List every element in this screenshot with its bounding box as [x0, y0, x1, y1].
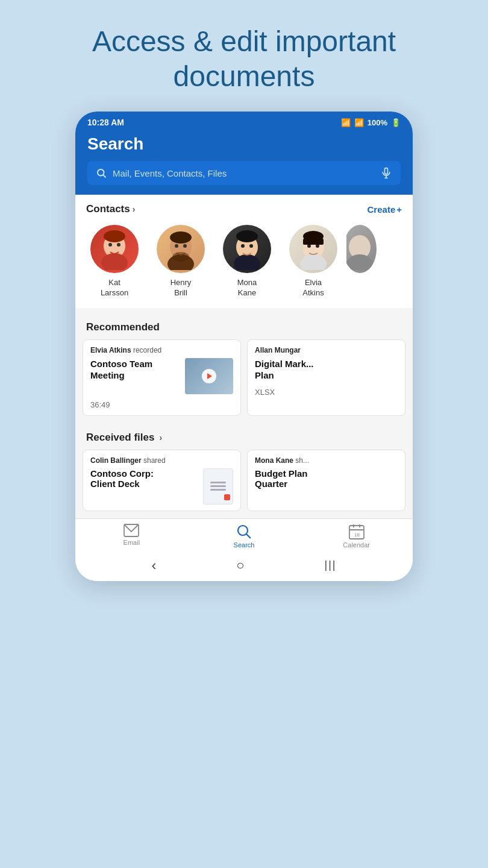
- received-section: Received files › Colin Ballinger shared …: [75, 423, 413, 518]
- android-nav-bar: ‹ ○ |||: [75, 551, 413, 581]
- file-red-corner-icon: [224, 494, 230, 500]
- card-title-digital: Digital Mark...Plan: [255, 358, 398, 382]
- email-icon: [124, 524, 139, 537]
- avatar-kat: [90, 225, 139, 273]
- play-button[interactable]: [202, 369, 216, 383]
- svg-rect-26: [303, 239, 324, 245]
- search-bar[interactable]: Mail, Events, Contacts, Files: [87, 161, 401, 185]
- svg-point-9: [104, 230, 125, 242]
- card-body-xlsx: Digital Mark...Plan: [248, 358, 405, 388]
- file-card-body-budget: Budget PlanQuarter: [248, 468, 405, 495]
- calendar-icon: 18: [349, 524, 364, 539]
- file-author-mona: Mona Kane sh...: [248, 450, 405, 468]
- search-nav-icon: [236, 524, 252, 539]
- nav-item-email[interactable]: Email: [75, 524, 188, 549]
- app-header: Search Mail, Events, Contacts, Files: [75, 131, 413, 195]
- svg-point-0: [98, 169, 104, 176]
- android-back-icon[interactable]: ‹: [151, 557, 156, 574]
- svg-point-20: [236, 230, 258, 242]
- svg-point-8: [117, 243, 120, 247]
- file-author-colin: Colin Ballinger shared: [83, 450, 240, 468]
- recommended-header: Recommended: [75, 313, 413, 339]
- battery-icon: 🔋: [391, 118, 401, 127]
- avatar-elvia: [289, 225, 337, 273]
- contact-name-elvia: ElviaAtkins: [302, 278, 324, 298]
- nav-item-calendar[interactable]: 18 Calendar: [300, 524, 413, 549]
- file-title-budget: Budget PlanQuarter: [255, 468, 398, 489]
- svg-point-22: [300, 254, 327, 270]
- contact-name-mona: MonaKane: [237, 278, 257, 298]
- nav-label-search: Search: [234, 541, 255, 549]
- contact-item-partial[interactable]: [346, 225, 380, 298]
- avatar-mona: [223, 225, 271, 273]
- card-thumbnail-video: [185, 358, 233, 394]
- card-title-meeting: Contoso Team Meeting: [90, 358, 180, 382]
- mic-icon[interactable]: [380, 167, 392, 179]
- file-thumb-pptx: [203, 468, 233, 505]
- recommended-cards: Elvia Atkins recorded Contoso Team Meeti…: [75, 339, 413, 423]
- received-chevron: ›: [159, 433, 162, 442]
- signal-icon: 📶: [354, 118, 364, 127]
- svg-line-31: [246, 534, 251, 538]
- android-home-icon[interactable]: ○: [236, 558, 244, 573]
- card-meta-duration: 36:49: [83, 400, 240, 415]
- svg-point-14: [170, 231, 192, 244]
- contact-item-henry[interactable]: HenryBrill: [148, 225, 214, 298]
- avatar-henry: [157, 225, 205, 273]
- battery-label: 100%: [368, 118, 387, 127]
- create-plus-icon: +: [396, 204, 402, 215]
- contact-item-elvia[interactable]: ElviaAtkins: [280, 225, 346, 298]
- content-area: Contacts › Create +: [75, 195, 413, 518]
- svg-point-17: [234, 254, 260, 270]
- svg-text:18: 18: [354, 532, 360, 538]
- card-body-video: Contoso Team Meeting: [83, 358, 240, 400]
- file-card-body-contoso: Contoso Corp:Client Deck: [83, 468, 240, 511]
- wifi-icon: 📶: [341, 118, 351, 127]
- contact-name-kat: KatLarsson: [101, 278, 128, 298]
- nav-label-email: Email: [124, 539, 140, 546]
- contacts-section-header: Contacts › Create +: [75, 195, 413, 220]
- svg-point-7: [108, 243, 112, 247]
- svg-line-1: [103, 175, 105, 178]
- card-author-elvia: Elvia Atkins recorded: [83, 340, 240, 358]
- svg-rect-2: [385, 168, 388, 174]
- app-title: Search: [87, 134, 401, 154]
- contacts-title[interactable]: Contacts ›: [86, 203, 135, 215]
- create-button[interactable]: Create +: [368, 204, 402, 215]
- bottom-nav: Email Search 18 Calendar: [75, 518, 413, 551]
- recommended-card-xlsx[interactable]: Allan Mungar Digital Mark...Plan XLSX: [247, 339, 405, 416]
- svg-point-19: [249, 244, 253, 248]
- svg-point-18: [241, 244, 245, 248]
- contact-item-kat[interactable]: KatLarsson: [81, 225, 148, 298]
- avatar-partial: [346, 225, 377, 273]
- page-headline: Access & edit important documents: [0, 0, 488, 112]
- file-card-contoso[interactable]: Colin Ballinger shared Contoso Corp:Clie…: [83, 450, 241, 511]
- play-triangle-icon: [207, 373, 212, 379]
- svg-point-12: [175, 244, 178, 248]
- svg-point-28: [346, 254, 373, 270]
- file-title-contoso: Contoso Corp:Client Deck: [90, 468, 198, 489]
- search-icon: [96, 168, 107, 178]
- card-meta-xlsx: XLSX: [248, 388, 405, 403]
- svg-point-15: [172, 252, 189, 262]
- android-recents-icon[interactable]: |||: [325, 559, 337, 571]
- contact-item-mona[interactable]: MonaKane: [214, 225, 280, 298]
- contacts-section: Contacts › Create +: [75, 195, 413, 308]
- contacts-row: KatLarsson: [75, 220, 413, 308]
- file-card-budget[interactable]: Mona Kane sh... Budget PlanQuarter: [247, 450, 405, 511]
- nav-item-search[interactable]: Search: [188, 524, 301, 549]
- received-cards: Colin Ballinger shared Contoso Corp:Clie…: [75, 450, 413, 518]
- status-time: 10:28 AM: [87, 118, 124, 127]
- svg-point-30: [238, 526, 248, 535]
- svg-point-6: [101, 253, 128, 270]
- status-bar: 10:28 AM 📶 📶 100% 🔋: [75, 112, 413, 131]
- card-author-allan: Allan Mungar: [248, 340, 405, 358]
- contacts-chevron: ›: [133, 204, 136, 214]
- phone-frame: 10:28 AM 📶 📶 100% 🔋 Search Mail, Events,…: [75, 112, 413, 581]
- received-header: Received files ›: [75, 423, 413, 450]
- search-placeholder: Mail, Events, Contacts, Files: [113, 168, 374, 178]
- nav-label-calendar: Calendar: [343, 541, 370, 549]
- recommended-section: Recommended Elvia Atkins recorded Contos…: [75, 313, 413, 423]
- recommended-card-video[interactable]: Elvia Atkins recorded Contoso Team Meeti…: [83, 339, 241, 416]
- contact-name-henry: HenryBrill: [170, 278, 192, 298]
